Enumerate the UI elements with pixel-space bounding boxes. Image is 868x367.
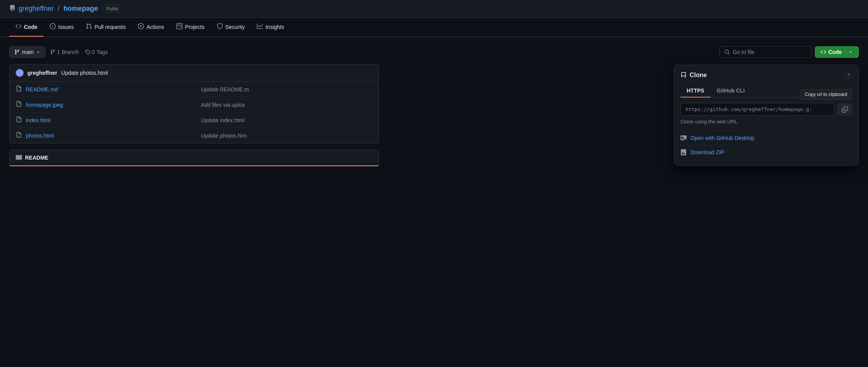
branch-name: main: [22, 49, 34, 55]
projects-icon: [176, 23, 183, 30]
tab-code[interactable]: Code: [9, 18, 44, 37]
tab-code-label: Code: [24, 24, 37, 30]
clone-tab-https[interactable]: HTTPS: [680, 84, 710, 98]
clone-title-text: Clone: [690, 72, 707, 79]
insights-icon: [257, 23, 263, 30]
repo-owner[interactable]: gregheffner: [18, 5, 54, 13]
search-placeholder: Go to file: [733, 49, 754, 55]
readme-section: README: [9, 150, 379, 167]
nav-tabs: Code Issues Pull requests Actions Projec…: [0, 18, 868, 37]
clone-title: Clone: [680, 72, 707, 79]
tab-projects-label: Projects: [185, 24, 204, 30]
toolbar-right: Go to file Code: [719, 46, 859, 58]
tab-projects[interactable]: Projects: [170, 18, 211, 37]
branch-count-link[interactable]: 1 Branch: [50, 49, 79, 55]
tab-pr-label: Pull requests: [94, 24, 126, 30]
file-name[interactable]: index.html: [26, 117, 197, 123]
security-icon: [217, 23, 223, 30]
tab-pull-requests[interactable]: Pull requests: [80, 18, 132, 37]
file-name[interactable]: README.md: [26, 86, 197, 93]
clone-option-desktop-label: Open with GitHub Desktop: [690, 135, 754, 141]
tab-actions-label: Actions: [146, 24, 164, 30]
file-commit: Update photos.htm: [201, 133, 372, 139]
tag-count: 0: [92, 49, 95, 55]
code-icon: [15, 23, 22, 30]
tab-insights[interactable]: Insights: [251, 18, 290, 37]
branch-label: Branch: [62, 49, 79, 55]
repo-toolbar: main 1 Branch 0 Tags Go to file Code: [9, 46, 859, 58]
main-content: main 1 Branch 0 Tags Go to file Code: [0, 37, 868, 176]
commit-message: Update photos.html: [61, 70, 108, 76]
clone-option-desktop[interactable]: Open with GitHub Desktop: [680, 131, 852, 145]
file-name[interactable]: photos.html: [26, 133, 197, 139]
go-to-file-search[interactable]: Go to file: [719, 46, 812, 58]
file-table: gregheffner Update photos.html README.md…: [9, 64, 379, 143]
clone-header: Clone ?: [680, 71, 852, 79]
copy-url-button[interactable]: [838, 104, 852, 115]
clone-option-zip-label: Download ZIP: [690, 149, 724, 155]
tab-issues[interactable]: Issues: [44, 18, 80, 37]
file-icon: [16, 101, 22, 108]
branch-count: 1: [57, 49, 60, 55]
clone-tab-cli[interactable]: GitHub CLI: [710, 84, 751, 98]
readme-header: README: [10, 150, 379, 166]
top-bar: gregheffner / homepage Public: [0, 0, 868, 18]
branch-selector[interactable]: main: [9, 46, 45, 58]
readme-title: README: [25, 155, 49, 161]
file-commit: Add files via uploa: [201, 102, 372, 108]
avatar: [16, 69, 23, 77]
repo-name[interactable]: homepage: [64, 5, 98, 13]
table-row[interactable]: homepage.jpeg Add files via uploa: [10, 97, 379, 113]
actions-icon: [138, 23, 144, 30]
file-commit: Update index.html: [201, 117, 372, 123]
file-icon: [16, 86, 22, 93]
clone-option-zip[interactable]: Download ZIP: [680, 145, 852, 159]
commit-row: gregheffner Update photos.html: [10, 64, 379, 82]
issues-icon: [50, 23, 56, 30]
table-row[interactable]: photos.html Update photos.htm: [10, 128, 379, 143]
pr-icon: [86, 23, 92, 30]
file-commit: Update README.m: [201, 86, 372, 93]
clone-url-row: Copy url to clipboard: [680, 103, 852, 116]
repo-separator: /: [58, 5, 60, 13]
file-icon: [16, 132, 22, 139]
clone-dropdown: Clone ? HTTPS GitHub CLI Copy url to cli…: [674, 65, 859, 166]
clone-hint: Clone using the web URL.: [680, 119, 852, 125]
file-icon: [16, 116, 22, 124]
file-name[interactable]: homepage.jpeg: [26, 102, 197, 108]
table-row[interactable]: README.md Update README.m: [10, 82, 379, 97]
tab-security-label: Security: [225, 24, 245, 30]
visibility-badge: Public: [103, 5, 122, 13]
tab-security[interactable]: Security: [211, 18, 251, 37]
branch-meta: 1 Branch 0 Tags: [50, 49, 108, 55]
table-row[interactable]: index.html Update index.html: [10, 113, 379, 128]
clone-help-button[interactable]: ?: [845, 71, 852, 79]
tag-label: Tags: [96, 49, 108, 55]
tab-issues-label: Issues: [58, 24, 74, 30]
code-btn-label: Code: [828, 49, 842, 55]
tag-count-link[interactable]: 0 Tags: [85, 49, 108, 55]
clone-tabs: HTTPS GitHub CLI: [680, 84, 852, 98]
tab-insights-label: Insights: [265, 24, 284, 30]
tab-actions[interactable]: Actions: [132, 18, 170, 37]
code-dropdown-button[interactable]: Code: [815, 46, 859, 58]
commit-author[interactable]: gregheffner: [27, 70, 57, 76]
repo-icon: [9, 5, 15, 13]
clone-url-input[interactable]: [680, 103, 834, 116]
